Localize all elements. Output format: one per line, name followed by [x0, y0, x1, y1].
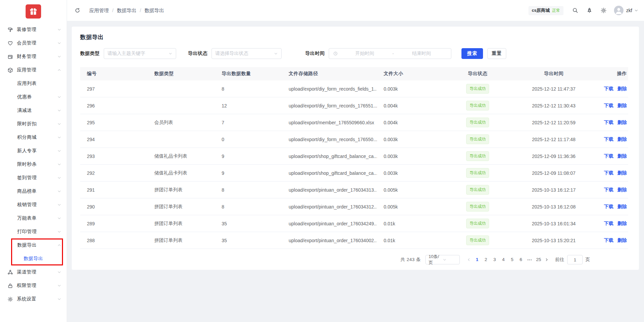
cell-count: 0	[215, 131, 282, 148]
status-badge: 导出成功	[466, 134, 489, 144]
shop-badge[interactable]: cs原商城 正常	[528, 6, 564, 15]
cell-count: 7	[215, 114, 282, 131]
cell-size: 0.003k	[377, 165, 442, 182]
delete-link[interactable]: 删除	[617, 170, 627, 175]
delete-link[interactable]: 删除	[617, 120, 627, 125]
page-number[interactable]: 1	[473, 255, 481, 264]
download-link[interactable]: 下载	[604, 103, 613, 108]
download-link[interactable]: 下载	[604, 153, 613, 159]
delete-link[interactable]: 删除	[617, 153, 627, 159]
export-time-range-picker[interactable]: 开始时间 - 结束时间	[329, 48, 451, 59]
data-type-placeholder: 请输入主题关键字	[107, 51, 168, 57]
username[interactable]: zkf	[626, 8, 632, 13]
table-header: 编号数据类型导出数据数量文件存储路径文件大小导出状态导出时间操作	[80, 67, 628, 80]
page-size-select[interactable]: 10条/页	[425, 255, 460, 264]
cell-count: 35	[215, 215, 282, 232]
sidebar-item[interactable]: 装修管理	[0, 23, 67, 36]
data-type-select[interactable]: 请输入主题关键字	[104, 48, 176, 59]
delete-link[interactable]: 删除	[617, 103, 627, 108]
search-icon[interactable]	[572, 7, 578, 13]
breadcrumb-separator: /	[140, 8, 141, 13]
download-link[interactable]: 下载	[604, 237, 613, 243]
cell-path: upload/export/diy_form_records_176551...	[282, 97, 377, 114]
cell-path: upload/export/shop_giftcard_balance_ca..…	[282, 165, 377, 182]
decoration-icon	[7, 27, 13, 33]
page-title: 数据导出	[80, 33, 627, 41]
rocket-icon[interactable]	[586, 7, 592, 13]
table-row: 29612upload/export/diy_form_records_1765…	[80, 97, 628, 114]
download-link[interactable]: 下载	[604, 86, 613, 91]
page-number-last[interactable]: 25	[534, 255, 543, 264]
page-number[interactable]: 5	[508, 255, 516, 264]
sidebar-item[interactable]: 优惠券	[0, 90, 67, 104]
export-status-select[interactable]: 请选择导出状态	[212, 48, 282, 59]
page-number-list: 123456•••25	[473, 255, 543, 264]
cell-time: 2025-12-12 11:47:37	[513, 80, 594, 97]
status-badge: 导出成功	[466, 118, 489, 127]
download-link[interactable]: 下载	[604, 187, 613, 192]
sidebar-item[interactable]: 新人专享	[0, 144, 67, 158]
gear-icon[interactable]	[601, 7, 607, 13]
page-number[interactable]: 4	[499, 255, 508, 264]
sidebar-item-label: 财务管理	[17, 54, 57, 60]
sidebar-item[interactable]: 积分商城	[0, 131, 67, 144]
download-link[interactable]: 下载	[604, 120, 613, 125]
refresh-icon[interactable]	[75, 8, 80, 13]
range-separator: -	[390, 51, 396, 56]
breadcrumb-item[interactable]: 应用管理	[89, 7, 109, 14]
chevron-down-icon[interactable]	[634, 8, 638, 12]
chevron-down-icon	[57, 297, 61, 301]
cell-count: 9	[215, 165, 282, 182]
sidebar-item[interactable]: 打印管理	[0, 225, 67, 238]
breadcrumb-item[interactable]: 数据导出	[117, 7, 136, 14]
page-number[interactable]: 6	[516, 255, 525, 264]
status-badge: 导出成功	[466, 151, 489, 161]
download-link[interactable]: 下载	[604, 204, 613, 209]
delete-link[interactable]: 删除	[617, 221, 627, 226]
reset-button[interactable]: 重置	[487, 48, 506, 59]
delete-link[interactable]: 删除	[617, 237, 627, 243]
prev-page-icon[interactable]	[465, 255, 473, 264]
delete-link[interactable]: 删除	[617, 187, 627, 192]
sidebar-item[interactable]: 应用管理	[0, 63, 67, 77]
sidebar-item[interactable]: 权限管理	[0, 279, 67, 292]
sidebar-item[interactable]: 财务管理	[0, 50, 67, 63]
download-link[interactable]: 下载	[604, 170, 613, 175]
app-logo[interactable]	[26, 4, 41, 19]
sidebar-item[interactable]: 核销管理	[0, 198, 67, 212]
page-number[interactable]: 2	[481, 255, 490, 264]
sidebar-item[interactable]: 限时折扣	[0, 117, 67, 131]
sidebar-item[interactable]: 系统设置	[0, 292, 67, 306]
sidebar-item[interactable]: 应用列表	[0, 77, 67, 90]
delete-link[interactable]: 删除	[617, 136, 627, 142]
sidebar-item[interactable]: 数据导出	[0, 238, 67, 252]
table-row: 291拼团订单列表8upload/export/pintuan_order_17…	[80, 182, 628, 198]
search-button[interactable]: 搜索	[461, 48, 483, 59]
delete-link[interactable]: 删除	[617, 86, 627, 91]
cell-count: 8	[215, 198, 282, 215]
status-badge: 导出成功	[466, 202, 489, 212]
sidebar-item[interactable]: 签到管理	[0, 171, 67, 185]
cell-type: 储值礼品卡列表	[148, 165, 215, 182]
start-time-placeholder[interactable]: 开始时间	[339, 51, 390, 57]
sidebar-item[interactable]: 数据导出	[0, 252, 67, 265]
cell-actions: 下载删除	[594, 182, 628, 198]
avatar[interactable]	[614, 6, 623, 15]
sidebar-item[interactable]: 万能表单	[0, 212, 67, 225]
delete-link[interactable]: 删除	[617, 204, 627, 209]
goto-page-input[interactable]	[567, 255, 583, 264]
breadcrumb-item[interactable]: 数据导出	[144, 7, 164, 14]
download-link[interactable]: 下载	[604, 136, 613, 142]
next-page-icon[interactable]	[543, 255, 550, 264]
cell-size: 0.005k	[377, 182, 442, 198]
sidebar-item[interactable]: 限时秒杀	[0, 158, 67, 171]
end-time-placeholder[interactable]: 结束时间	[396, 51, 447, 57]
sidebar-item[interactable]: 满减送	[0, 104, 67, 117]
sidebar-item[interactable]: 商品榜单	[0, 185, 67, 198]
download-link[interactable]: 下载	[604, 221, 613, 226]
page-number[interactable]: 3	[490, 255, 499, 264]
cell-path: upload/export/diy_form_records_fields_1.…	[282, 80, 377, 97]
sidebar-item[interactable]: 渠道管理	[0, 265, 67, 279]
more-pages-icon[interactable]: •••	[525, 257, 534, 262]
sidebar-item[interactable]: 会员管理	[0, 36, 67, 50]
